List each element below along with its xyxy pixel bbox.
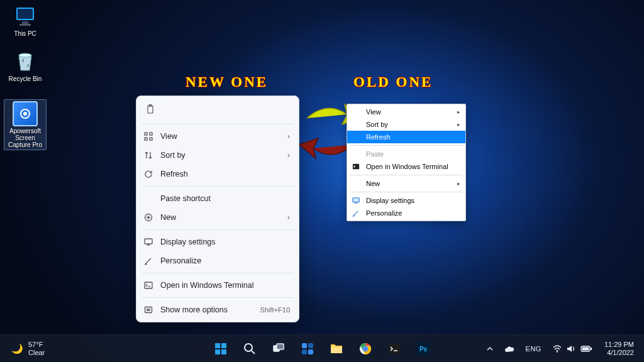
separator <box>142 229 294 230</box>
desktop-icon-recycle-bin[interactable]: Recycle Bin <box>4 49 47 82</box>
desktop-icon-this-pc[interactable]: This PC <box>4 4 47 37</box>
menu-item-personalize[interactable]: Personalize <box>136 251 299 270</box>
tray-clock[interactable]: 11:29 PM 4/1/2022 <box>598 338 640 359</box>
menu-item-label: Display settings <box>366 197 460 204</box>
taskbar-app-photoshop[interactable]: Ps <box>411 338 436 359</box>
menu-item-label: Personalize <box>366 209 460 217</box>
menu-item-label: New <box>366 180 452 187</box>
taskbar-app-widgets[interactable] <box>295 338 320 359</box>
menu-item-new[interactable]: New › <box>136 208 299 227</box>
sort-icon <box>143 150 154 161</box>
menu-item-label: New <box>160 213 281 222</box>
svg-rect-12 <box>150 138 152 140</box>
task-view-button[interactable] <box>266 338 291 359</box>
moon-icon: 🌙 <box>11 343 23 354</box>
taskbar-app-terminal[interactable] <box>382 338 407 359</box>
menu-item-label: Refresh <box>366 133 460 141</box>
menu-item-paste: Paste <box>347 148 465 160</box>
menu-item-sort-by[interactable]: Sort by › <box>136 146 299 165</box>
menu-item-label: Sort by <box>160 151 281 160</box>
menu-item-paste-shortcut[interactable]: Paste shortcut <box>136 189 299 208</box>
svg-point-33 <box>364 346 368 351</box>
blank-icon <box>351 119 361 129</box>
brush-icon <box>351 208 361 218</box>
context-menu-new: View › Sort by › Refresh Paste shortcut … <box>136 96 299 322</box>
separator <box>142 186 294 187</box>
desktop-icon-apowersoft[interactable]: Apowersoft Screen Capture Pro <box>4 99 47 150</box>
weather-text: 57°F Clear <box>28 341 45 356</box>
cloud-icon <box>504 345 514 353</box>
menu-item-label: Personalize <box>160 256 290 265</box>
svg-rect-20 <box>221 343 226 348</box>
taskbar-app-explorer[interactable] <box>324 338 349 359</box>
chevron-right-icon: ▸ <box>457 109 460 115</box>
menu-item-view[interactable]: View › <box>136 127 299 146</box>
clock-date: 4/1/2022 <box>604 349 634 357</box>
display-icon <box>143 236 154 248</box>
chevron-up-icon <box>487 346 493 352</box>
menu-item-open-terminal[interactable]: Open in Windows Terminal <box>347 160 465 173</box>
menu-item-label: Display settings <box>160 238 290 246</box>
menu-item-label: Paste <box>366 150 460 158</box>
start-button[interactable] <box>208 338 233 359</box>
svg-point-31 <box>360 343 371 354</box>
menu-item-view[interactable]: View ▸ <box>347 106 465 118</box>
menu-item-show-more-options[interactable]: Show more options Shift+F10 <box>136 300 299 319</box>
menu-item-shortcut: Shift+F10 <box>260 306 290 314</box>
volume-icon <box>567 345 575 353</box>
annotation-old-label: OLD ONE <box>353 74 433 90</box>
app-icon <box>13 101 38 126</box>
blank-icon <box>351 149 361 159</box>
language-label: ENG <box>526 345 541 353</box>
wifi-icon <box>553 345 562 353</box>
menu-item-display-settings[interactable]: Display settings <box>136 233 299 251</box>
menu-item-display-settings[interactable]: Display settings <box>347 194 465 207</box>
weather-temp: 57°F <box>28 341 45 348</box>
blank-icon <box>351 107 361 117</box>
recycle-bin-icon <box>13 49 38 74</box>
taskbar: 🌙 57°F Clear Ps <box>0 334 644 362</box>
menu-item-personalize[interactable]: Personalize <box>347 207 465 219</box>
svg-rect-11 <box>145 138 147 140</box>
separator <box>350 145 463 146</box>
svg-rect-26 <box>302 343 307 348</box>
tray-network-sound-battery[interactable] <box>548 341 597 356</box>
svg-rect-17 <box>353 164 359 170</box>
separator <box>142 124 294 124</box>
svg-point-6 <box>23 112 27 116</box>
blank-icon <box>351 178 361 189</box>
terminal-icon <box>351 162 361 172</box>
taskbar-app-chrome[interactable] <box>353 338 378 359</box>
context-menu-quick-actions <box>136 99 299 121</box>
menu-item-open-terminal[interactable]: Open in Windows Terminal <box>136 276 299 295</box>
svg-rect-1 <box>18 9 33 19</box>
more-icon <box>143 304 154 315</box>
menu-item-label: View <box>160 132 281 141</box>
svg-rect-30 <box>331 347 342 353</box>
monitor-icon <box>13 4 38 29</box>
context-menu-old: View ▸ Sort by ▸ Refresh Paste Open in W… <box>347 104 466 221</box>
menu-item-refresh[interactable]: Refresh <box>136 165 299 184</box>
svg-rect-15 <box>145 282 152 288</box>
paste-icon[interactable] <box>144 102 158 116</box>
svg-rect-28 <box>302 349 307 354</box>
svg-rect-25 <box>277 344 284 349</box>
svg-rect-3 <box>19 24 31 26</box>
menu-item-new[interactable]: New ▸ <box>347 177 465 190</box>
svg-rect-27 <box>308 343 313 348</box>
svg-point-38 <box>557 351 558 353</box>
tray-onedrive[interactable] <box>499 341 519 356</box>
battery-icon <box>580 345 592 353</box>
clock-time: 11:29 PM <box>604 341 634 349</box>
tray-expand-button[interactable] <box>482 342 498 356</box>
menu-item-refresh[interactable]: Refresh <box>347 131 465 143</box>
desktop-icon-label: Apowersoft Screen Capture Pro <box>4 128 46 148</box>
taskbar-weather-widget[interactable]: 🌙 57°F Clear <box>6 338 50 358</box>
svg-rect-14 <box>145 239 152 244</box>
search-button[interactable] <box>237 338 262 359</box>
svg-rect-21 <box>215 349 220 354</box>
tray-language[interactable]: ENG <box>521 341 547 356</box>
menu-item-label: Open in Windows Terminal <box>160 281 290 290</box>
menu-item-sort-by[interactable]: Sort by ▸ <box>347 118 465 131</box>
svg-rect-24 <box>274 346 279 351</box>
